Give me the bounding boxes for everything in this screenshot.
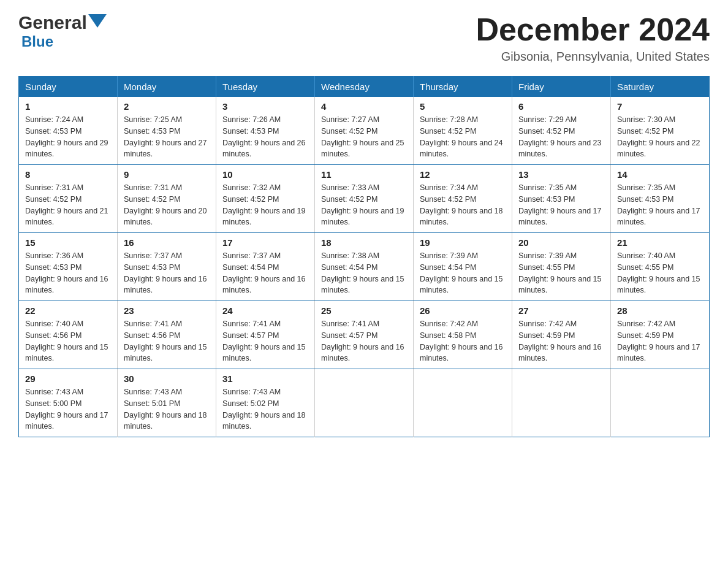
day-info: Sunrise: 7:40 AM Sunset: 4:56 PM Dayligh… (25, 318, 111, 364)
day-info: Sunrise: 7:41 AM Sunset: 4:57 PM Dayligh… (222, 318, 308, 364)
table-row: 2 Sunrise: 7:25 AM Sunset: 4:53 PM Dayli… (118, 97, 216, 165)
table-row: 15 Sunrise: 7:36 AM Sunset: 4:53 PM Dayl… (19, 233, 118, 301)
day-number: 10 (222, 169, 308, 180)
sunrise-text: Sunrise: 7:42 AM (518, 320, 577, 328)
day-number: 17 (222, 237, 308, 248)
table-row: 28 Sunrise: 7:42 AM Sunset: 4:59 PM Dayl… (611, 301, 710, 369)
sunset-text: Sunset: 4:52 PM (321, 127, 377, 136)
day-number: 25 (321, 305, 407, 316)
sunrise-text: Sunrise: 7:40 AM (617, 251, 675, 260)
table-row (315, 369, 414, 437)
header-thursday: Thursday (414, 77, 512, 98)
table-row: 17 Sunrise: 7:37 AM Sunset: 4:54 PM Dayl… (216, 233, 315, 301)
sunset-text: Sunset: 4:52 PM (25, 195, 82, 204)
sunrise-text: Sunrise: 7:43 AM (124, 388, 182, 396)
day-info: Sunrise: 7:29 AM Sunset: 4:52 PM Dayligh… (518, 114, 604, 160)
calendar-week-5: 29 Sunrise: 7:43 AM Sunset: 5:00 PM Dayl… (19, 369, 710, 437)
day-number: 1 (25, 101, 111, 112)
header-wednesday: Wednesday (315, 77, 414, 98)
day-number: 4 (321, 101, 407, 112)
daylight-text: Daylight: 9 hours and 17 minutes. (617, 207, 700, 227)
day-info: Sunrise: 7:35 AM Sunset: 4:53 PM Dayligh… (518, 182, 604, 228)
sunset-text: Sunset: 4:52 PM (420, 127, 476, 136)
calendar-week-3: 15 Sunrise: 7:36 AM Sunset: 4:53 PM Dayl… (19, 233, 710, 301)
sunset-text: Sunset: 4:53 PM (617, 195, 673, 204)
day-number: 8 (25, 169, 111, 180)
sunset-text: Sunset: 4:52 PM (124, 195, 180, 204)
sunrise-text: Sunrise: 7:29 AM (518, 115, 577, 124)
logo-general: General (18, 12, 87, 33)
table-row: 22 Sunrise: 7:40 AM Sunset: 4:56 PM Dayl… (19, 301, 118, 369)
sunrise-text: Sunrise: 7:37 AM (124, 251, 182, 260)
table-row: 3 Sunrise: 7:26 AM Sunset: 4:53 PM Dayli… (216, 97, 315, 165)
sunrise-text: Sunrise: 7:43 AM (25, 388, 83, 396)
sunset-text: Sunset: 5:01 PM (124, 399, 180, 408)
day-info: Sunrise: 7:37 AM Sunset: 4:54 PM Dayligh… (222, 250, 308, 296)
table-row (512, 369, 611, 437)
sunset-text: Sunset: 4:52 PM (222, 195, 279, 204)
sunset-text: Sunset: 4:53 PM (222, 127, 279, 136)
daylight-text: Daylight: 9 hours and 15 minutes. (124, 343, 207, 363)
sunrise-text: Sunrise: 7:39 AM (518, 251, 577, 260)
day-number: 9 (124, 169, 210, 180)
day-info: Sunrise: 7:43 AM Sunset: 5:00 PM Dayligh… (25, 386, 111, 432)
daylight-text: Daylight: 9 hours and 21 minutes. (25, 207, 108, 227)
sunrise-text: Sunrise: 7:35 AM (518, 183, 577, 192)
daylight-text: Daylight: 9 hours and 18 minutes. (420, 207, 503, 227)
table-row: 14 Sunrise: 7:35 AM Sunset: 4:53 PM Dayl… (611, 165, 710, 233)
day-number: 5 (420, 101, 506, 112)
daylight-text: Daylight: 9 hours and 29 minutes. (25, 139, 108, 159)
sunset-text: Sunset: 4:56 PM (124, 331, 180, 340)
sunset-text: Sunset: 4:52 PM (617, 127, 673, 136)
sunrise-text: Sunrise: 7:31 AM (25, 183, 83, 192)
sunset-text: Sunset: 4:57 PM (222, 331, 279, 340)
daylight-text: Daylight: 9 hours and 27 minutes. (124, 139, 207, 159)
day-info: Sunrise: 7:42 AM Sunset: 4:59 PM Dayligh… (617, 318, 703, 364)
sunset-text: Sunset: 5:02 PM (222, 399, 279, 408)
daylight-text: Daylight: 9 hours and 19 minutes. (321, 207, 404, 227)
day-info: Sunrise: 7:40 AM Sunset: 4:55 PM Dayligh… (617, 250, 703, 296)
header-monday: Monday (118, 77, 216, 98)
day-info: Sunrise: 7:34 AM Sunset: 4:52 PM Dayligh… (420, 182, 506, 228)
calendar-week-1: 1 Sunrise: 7:24 AM Sunset: 4:53 PM Dayli… (19, 97, 710, 165)
day-number: 12 (420, 169, 506, 180)
sunset-text: Sunset: 4:53 PM (25, 127, 82, 136)
day-number: 2 (124, 101, 210, 112)
daylight-text: Daylight: 9 hours and 16 minutes. (124, 275, 207, 295)
daylight-text: Daylight: 9 hours and 16 minutes. (420, 343, 503, 363)
sunset-text: Sunset: 4:53 PM (124, 127, 180, 136)
day-number: 16 (124, 237, 210, 248)
day-info: Sunrise: 7:42 AM Sunset: 4:59 PM Dayligh… (518, 318, 604, 364)
daylight-text: Daylight: 9 hours and 15 minutes. (321, 275, 404, 295)
svg-marker-0 (88, 14, 107, 28)
sunrise-text: Sunrise: 7:30 AM (617, 115, 675, 124)
table-row: 20 Sunrise: 7:39 AM Sunset: 4:55 PM Dayl… (512, 233, 611, 301)
sunset-text: Sunset: 4:52 PM (518, 127, 575, 136)
sunrise-text: Sunrise: 7:31 AM (124, 183, 182, 192)
day-info: Sunrise: 7:42 AM Sunset: 4:58 PM Dayligh… (420, 318, 506, 364)
day-info: Sunrise: 7:39 AM Sunset: 4:54 PM Dayligh… (420, 250, 506, 296)
calendar-week-2: 8 Sunrise: 7:31 AM Sunset: 4:52 PM Dayli… (19, 165, 710, 233)
day-number: 15 (25, 237, 111, 248)
table-row: 19 Sunrise: 7:39 AM Sunset: 4:54 PM Dayl… (414, 233, 512, 301)
sunset-text: Sunset: 4:56 PM (25, 331, 82, 340)
table-row: 18 Sunrise: 7:38 AM Sunset: 4:54 PM Dayl… (315, 233, 414, 301)
table-row: 27 Sunrise: 7:42 AM Sunset: 4:59 PM Dayl… (512, 301, 611, 369)
day-number: 30 (124, 373, 210, 384)
logo: General Blue (18, 12, 107, 50)
table-row (414, 369, 512, 437)
calendar-table: Sunday Monday Tuesday Wednesday Thursday… (18, 76, 710, 437)
table-row: 26 Sunrise: 7:42 AM Sunset: 4:58 PM Dayl… (414, 301, 512, 369)
table-row: 21 Sunrise: 7:40 AM Sunset: 4:55 PM Dayl… (611, 233, 710, 301)
day-number: 27 (518, 305, 604, 316)
day-number: 3 (222, 101, 308, 112)
title-section: December 2024 Gibsonia, Pennsylvania, Un… (476, 12, 710, 64)
sunrise-text: Sunrise: 7:42 AM (420, 320, 478, 328)
day-info: Sunrise: 7:30 AM Sunset: 4:52 PM Dayligh… (617, 114, 703, 160)
table-row: 31 Sunrise: 7:43 AM Sunset: 5:02 PM Dayl… (216, 369, 315, 437)
day-info: Sunrise: 7:27 AM Sunset: 4:52 PM Dayligh… (321, 114, 407, 160)
daylight-text: Daylight: 9 hours and 18 minutes. (124, 411, 207, 431)
day-number: 23 (124, 305, 210, 316)
table-row: 24 Sunrise: 7:41 AM Sunset: 4:57 PM Dayl… (216, 301, 315, 369)
logo-arrow-icon (88, 14, 107, 33)
